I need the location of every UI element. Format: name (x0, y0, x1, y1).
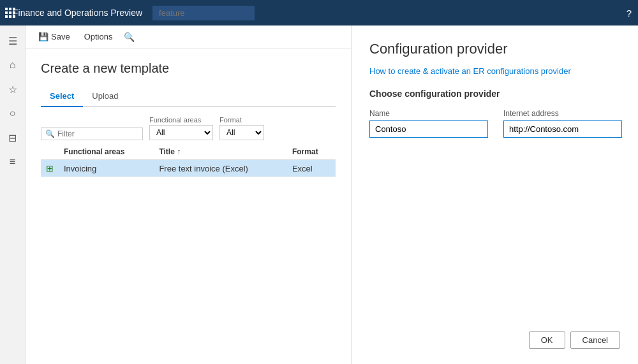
row-title: Free text invoice (Excel) (154, 160, 287, 177)
cancel-button[interactable]: Cancel (570, 331, 620, 349)
page-content: Create a new template Select Upload 🔍 Fu… (26, 48, 351, 364)
top-bar: Finance and Operations Preview ? (0, 0, 638, 25)
internet-address-input[interactable] (503, 120, 622, 138)
save-icon: 💾 (38, 32, 48, 41)
sidebar-list-icon[interactable]: ≡ (3, 152, 23, 172)
panel-help-link[interactable]: How to create & activate an ER configura… (369, 66, 620, 76)
page-title: Create a new template (41, 61, 336, 76)
functional-areas-label: Functional areas (149, 116, 213, 124)
format-select[interactable]: All (219, 125, 264, 140)
internet-address-field-group: Internet address (503, 109, 622, 138)
tab-select[interactable]: Select (41, 87, 83, 107)
sidebar-clock-icon[interactable]: ○ (3, 103, 23, 124)
content-panel: 💾 Save Options 🔍 Create a new template S… (26, 25, 351, 364)
functional-areas-select[interactable]: All (149, 125, 213, 140)
col-format: Format (287, 144, 336, 160)
sidebar-grid-icon[interactable]: ⊟ (3, 127, 23, 148)
table-header-row: Functional areas Title ↑ Format (41, 144, 336, 160)
help-icon[interactable]: ? (627, 8, 632, 18)
sidebar-home-icon[interactable]: ⌂ (3, 55, 23, 75)
filter-search-icon: 🔍 (45, 129, 55, 138)
filter-text-group: 🔍 (41, 127, 143, 140)
options-button[interactable]: Options (79, 29, 118, 44)
tabs: Select Upload (41, 87, 336, 107)
panel-footer: OK Cancel (369, 321, 620, 349)
sidebar-star-icon[interactable]: ☆ (3, 79, 23, 99)
col-icon (41, 144, 59, 160)
format-filter-group: Format All (219, 116, 264, 140)
panel-subtitle: Choose configuration provider (369, 89, 620, 99)
row-icon-cell: ⊞ (41, 160, 59, 177)
excel-icon: ⊞ (46, 163, 54, 173)
filter-input-wrap: 🔍 (41, 127, 143, 140)
format-filter-label: Format (219, 116, 264, 124)
name-input[interactable] (369, 120, 488, 138)
tab-upload[interactable]: Upload (83, 87, 127, 107)
filter-row: 🔍 Functional areas All Format All (41, 116, 336, 140)
grid-menu-button[interactable] (0, 5, 10, 20)
panel-title: Configuration provider (369, 41, 620, 57)
col-functional-areas: Functional areas (59, 144, 154, 160)
sidebar: ☰ ⌂ ☆ ○ ⊟ ≡ (0, 25, 26, 364)
internet-address-label: Internet address (503, 109, 622, 118)
form-row: Name Internet address (369, 109, 620, 138)
save-button[interactable]: 💾 Save (33, 29, 75, 44)
row-functional-areas: Invoicing (59, 160, 154, 177)
app-title: Finance and Operations Preview (10, 8, 142, 18)
name-field-group: Name (369, 109, 488, 138)
name-label: Name (369, 109, 488, 118)
toolbar-search-button[interactable]: 🔍 (124, 32, 135, 42)
table-row[interactable]: ⊞ Invoicing Free text invoice (Excel) Ex… (41, 160, 336, 177)
functional-areas-filter-group: Functional areas All (149, 116, 213, 140)
top-search-input[interactable] (152, 6, 255, 20)
ok-button[interactable]: OK (529, 331, 565, 349)
row-format: Excel (287, 160, 336, 177)
template-table: Functional areas Title ↑ Format ⊞ Invoic… (41, 144, 336, 177)
col-title: Title ↑ (154, 144, 287, 160)
toolbar: 💾 Save Options 🔍 (26, 25, 351, 48)
filter-input[interactable] (57, 129, 138, 138)
right-panel: Configuration provider How to create & a… (351, 25, 638, 364)
sidebar-hamburger-icon[interactable]: ☰ (3, 31, 23, 51)
